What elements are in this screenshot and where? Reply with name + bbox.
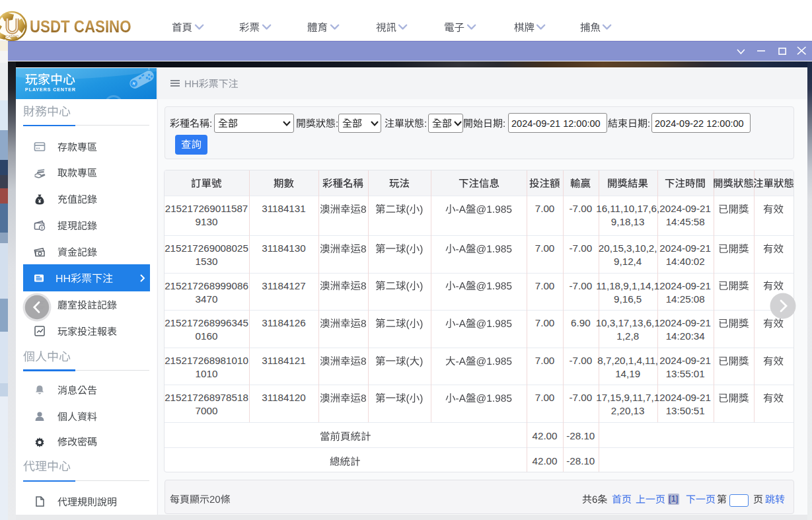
- svg-text:CASINO: CASINO: [6, 34, 18, 38]
